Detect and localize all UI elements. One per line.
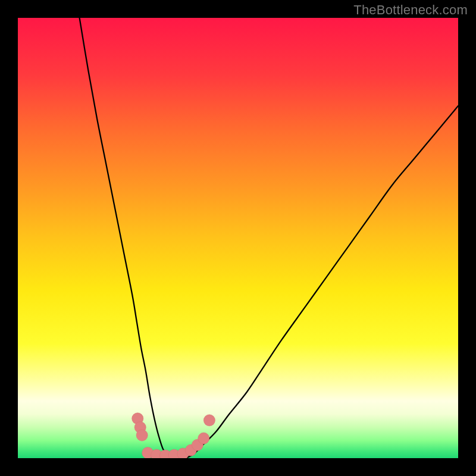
data-marker — [198, 433, 209, 444]
data-marker — [203, 415, 215, 426]
chart-canvas — [18, 18, 458, 458]
data-marker — [136, 430, 148, 441]
bottleneck-curve — [80, 18, 458, 458]
chart-frame: TheBottleneck.com — [0, 0, 476, 476]
watermark-text: TheBottleneck.com — [353, 2, 468, 18]
plot-area — [18, 18, 458, 458]
